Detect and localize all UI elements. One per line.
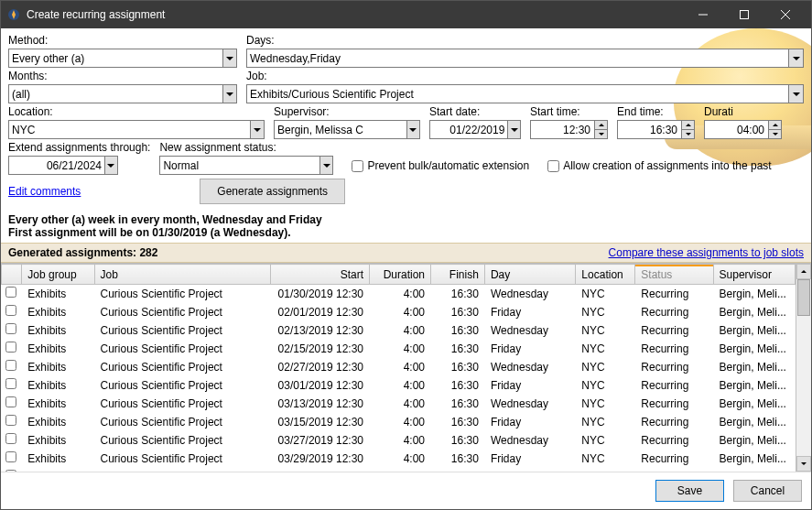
row-checkbox-cell[interactable] <box>2 376 22 395</box>
table-row[interactable]: ExhibitsCurious Scientific Project02/13/… <box>2 321 796 340</box>
table-row[interactable]: ExhibitsCurious Scientific Project03/29/… <box>2 450 796 468</box>
scroll-thumb[interactable] <box>797 279 810 316</box>
extend-through-input[interactable] <box>8 156 104 175</box>
duration-up[interactable] <box>768 120 782 130</box>
row-checkbox-cell[interactable] <box>2 340 22 358</box>
col-duration[interactable]: Duration <box>370 265 431 285</box>
extend-through-picker[interactable] <box>8 156 118 175</box>
start-date-drop-icon[interactable] <box>507 120 521 139</box>
start-time-down[interactable] <box>594 130 608 139</box>
allow-past-checkbox[interactable]: Allow creation of assignments into the p… <box>547 159 771 172</box>
months-drop-icon[interactable] <box>222 84 237 103</box>
table-row[interactable]: ExhibitsCurious Scientific Project02/01/… <box>2 303 796 321</box>
start-time-up[interactable] <box>594 120 608 130</box>
row-checkbox[interactable] <box>5 451 16 462</box>
row-checkbox-cell[interactable] <box>2 395 22 413</box>
table-row[interactable]: ExhibitsCurious Scientific Project02/27/… <box>2 358 796 376</box>
table-row[interactable]: ExhibitsCurious Scientific Project03/13/… <box>2 395 796 413</box>
row-checkbox-cell[interactable] <box>2 413 22 431</box>
row-checkbox[interactable] <box>5 415 16 426</box>
method-drop-icon[interactable] <box>222 49 237 68</box>
row-checkbox-cell[interactable] <box>2 431 22 450</box>
start-time-input[interactable] <box>530 120 594 139</box>
supervisor-drop-icon[interactable] <box>406 120 420 139</box>
months-select[interactable] <box>8 84 237 103</box>
prevent-bulk-input[interactable] <box>352 160 363 172</box>
days-select[interactable] <box>246 49 804 68</box>
table-row[interactable]: ExhibitsCurious Scientific Project03/27/… <box>2 431 796 450</box>
cancel-button[interactable]: Cancel <box>733 480 802 502</box>
months-input[interactable] <box>8 84 222 103</box>
method-input[interactable] <box>8 49 222 68</box>
scroll-up-button[interactable] <box>796 264 811 279</box>
col-location[interactable]: Location <box>576 265 635 285</box>
prevent-bulk-checkbox[interactable]: Prevent bulk/automatic extension <box>352 159 529 172</box>
allow-past-input[interactable] <box>547 160 559 172</box>
location-input[interactable] <box>8 120 250 139</box>
location-drop-icon[interactable] <box>250 120 265 139</box>
method-select[interactable] <box>8 49 237 68</box>
table-row[interactable]: ExhibitsCurious Scientific Project03/01/… <box>2 376 796 395</box>
extend-through-drop-icon[interactable] <box>104 156 118 175</box>
minimize-button[interactable] <box>682 1 723 28</box>
end-time-spinner[interactable] <box>617 120 695 139</box>
col-day[interactable]: Day <box>484 265 575 285</box>
col-finish[interactable]: Finish <box>431 265 485 285</box>
col-supervisor[interactable]: Supervisor <box>713 265 795 285</box>
end-time-input[interactable] <box>617 120 681 139</box>
row-checkbox-cell[interactable] <box>2 358 22 376</box>
col-checkbox[interactable] <box>2 265 22 285</box>
start-time-spinner[interactable] <box>530 120 608 139</box>
close-button[interactable] <box>764 1 806 28</box>
days-drop-icon[interactable] <box>788 49 804 68</box>
start-date-input[interactable] <box>429 120 507 139</box>
row-checkbox[interactable] <box>5 396 16 407</box>
edit-comments-link[interactable]: Edit comments <box>8 185 81 198</box>
row-checkbox[interactable] <box>5 470 16 472</box>
duration-spinner[interactable] <box>704 120 782 139</box>
row-checkbox[interactable] <box>5 342 16 353</box>
end-time-up[interactable] <box>681 120 695 130</box>
row-checkbox-cell[interactable] <box>2 321 22 340</box>
duration-input[interactable] <box>704 120 768 139</box>
new-status-input[interactable] <box>159 156 319 175</box>
row-checkbox-cell[interactable] <box>2 285 22 303</box>
assignments-grid[interactable]: Job group Job Start Duration Finish Day … <box>1 264 796 472</box>
table-row[interactable]: ExhibitsCurious Scientific Project03/15/… <box>2 413 796 431</box>
row-checkbox-cell[interactable] <box>2 468 22 472</box>
start-date-picker[interactable] <box>429 120 521 139</box>
end-time-down[interactable] <box>681 130 695 139</box>
row-checkbox-cell[interactable] <box>2 450 22 468</box>
generate-assignments-button[interactable]: Generate assignments <box>200 179 345 204</box>
table-row[interactable]: ExhibitsCurious Scientific Project02/15/… <box>2 340 796 358</box>
row-checkbox[interactable] <box>5 360 16 371</box>
save-button[interactable]: Save <box>655 480 724 502</box>
col-job[interactable]: Job <box>94 265 271 285</box>
row-checkbox[interactable] <box>5 323 16 334</box>
new-status-select[interactable] <box>159 156 333 175</box>
row-checkbox[interactable] <box>5 378 16 389</box>
duration-down[interactable] <box>768 130 782 139</box>
table-row[interactable]: ExhibitsCurious Scientific Project01/30/… <box>2 285 796 303</box>
job-input[interactable] <box>246 84 788 103</box>
days-input[interactable] <box>246 49 788 68</box>
scroll-track[interactable] <box>796 279 811 456</box>
row-checkbox[interactable] <box>5 433 16 444</box>
maximize-button[interactable] <box>723 1 764 28</box>
job-drop-icon[interactable] <box>788 84 804 103</box>
new-status-drop-icon[interactable] <box>319 156 334 175</box>
supervisor-select[interactable] <box>274 120 420 139</box>
vertical-scrollbar[interactable] <box>796 264 811 472</box>
supervisor-input[interactable] <box>274 120 406 139</box>
col-job-group[interactable]: Job group <box>22 265 94 285</box>
row-checkbox-cell[interactable] <box>2 303 22 321</box>
job-select[interactable] <box>246 84 804 103</box>
col-start[interactable]: Start <box>271 265 370 285</box>
row-checkbox[interactable] <box>5 305 16 316</box>
col-status[interactable]: Status <box>635 265 713 285</box>
row-checkbox[interactable] <box>5 287 16 298</box>
scroll-down-button[interactable] <box>796 456 811 472</box>
table-row[interactable]: ExhibitsCurious Scientific Project04/10/… <box>2 468 796 472</box>
location-select[interactable] <box>8 120 265 139</box>
compare-link[interactable]: Compare these assignments to job slots <box>609 246 804 259</box>
